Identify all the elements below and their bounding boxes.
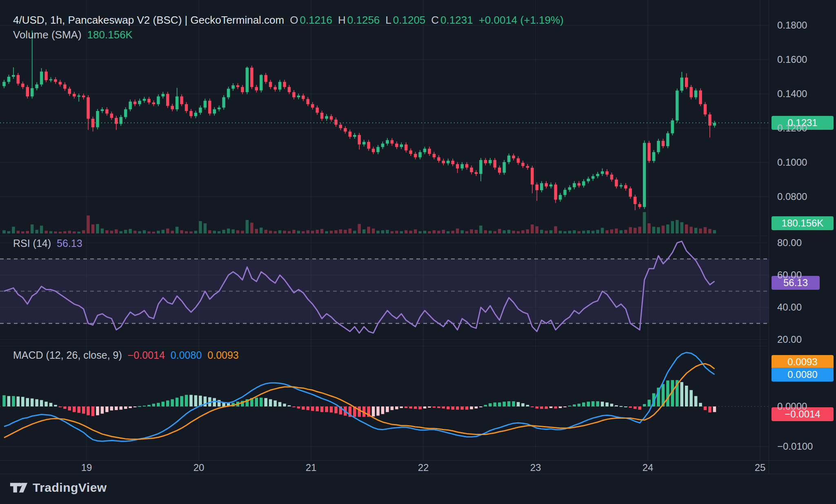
time-tick-label: 22 <box>418 461 429 474</box>
rsi-tick-label: 40.00 <box>777 302 802 313</box>
tradingview-text: TradingView <box>33 481 107 495</box>
macd-hist-value: −0.0014 <box>128 349 165 361</box>
macd-tick-label: −0.0100 <box>777 441 813 452</box>
time-axis[interactable]: 19202122232425 <box>0 460 769 474</box>
macd-tick-label: 0.0000 <box>777 401 807 412</box>
price-tick-label: 0.1200 <box>777 122 807 134</box>
price-axis[interactable]: 0.1231 180.156K 56.13 0.0093 0.0080 −0.0… <box>769 0 836 473</box>
macd-line-badge: 0.0080 <box>772 368 834 382</box>
axis-corner <box>769 460 836 474</box>
high-value: 0.1256 <box>347 14 380 27</box>
tradingview-icon <box>10 481 28 495</box>
rsi-label: RSI (14) <box>13 238 51 249</box>
time-tick-label: 23 <box>530 461 541 474</box>
rsi-legend: RSI (14) 56.13 <box>13 238 82 249</box>
volume-legend: Volume (SMA) 180.156K <box>13 29 133 41</box>
macd-signal-value: 0.0093 <box>207 349 238 361</box>
chart-window: 4/USD, 1h, Pancakeswap V2 (BSC) | GeckoT… <box>0 0 836 504</box>
low-value: 0.1205 <box>393 14 426 27</box>
price-tick-label: 0.1800 <box>777 20 807 31</box>
close-value: 0.1231 <box>440 14 473 27</box>
time-tick-label: 19 <box>81 461 92 474</box>
volume-value: 180.156K <box>87 29 133 41</box>
macd-signal-badge: 0.0093 <box>772 355 834 369</box>
volume-badge: 180.156K <box>772 216 834 230</box>
price-tick-label: 0.0800 <box>777 191 807 202</box>
price-tick-label: 0.1600 <box>777 54 807 65</box>
macd-label: MACD (12, 26, close, 9) <box>13 349 122 361</box>
open-value: 0.1216 <box>300 14 332 27</box>
tradingview-logo[interactable]: TradingView <box>10 481 107 495</box>
volume-label: Volume (SMA) <box>13 29 82 41</box>
time-tick-label: 24 <box>643 461 654 474</box>
macd-line-value: 0.0080 <box>171 349 202 361</box>
high-label: H <box>338 14 346 27</box>
price-pane <box>2 31 716 233</box>
price-tick-label: 0.1000 <box>777 157 807 168</box>
macd-pane <box>0 353 769 442</box>
time-tick-label: 20 <box>193 461 205 474</box>
rsi-tick-label: 20.00 <box>777 334 802 345</box>
close-label: C <box>431 14 439 27</box>
macd-legend: MACD (12, 26, close, 9) −0.0014 0.0080 0… <box>13 349 239 361</box>
symbol-title: 4/USD, 1h, Pancakeswap V2 (BSC) | GeckoT… <box>13 14 284 27</box>
chart-plot-area[interactable] <box>0 0 836 473</box>
change-value: +0.0014 (+1.19%) <box>479 14 564 27</box>
low-label: L <box>385 14 391 27</box>
price-tick-label: 0.1400 <box>777 88 807 100</box>
rsi-pane <box>0 241 769 333</box>
time-tick-label: 21 <box>306 461 317 474</box>
rsi-value: 56.13 <box>57 238 82 249</box>
time-tick-label: 25 <box>755 461 766 474</box>
rsi-tick-label: 80.00 <box>777 237 802 249</box>
rsi-tick-label: 60.00 <box>777 269 802 281</box>
chart-legend: 4/USD, 1h, Pancakeswap V2 (BSC) | GeckoT… <box>13 14 564 27</box>
open-label: O <box>290 14 298 27</box>
